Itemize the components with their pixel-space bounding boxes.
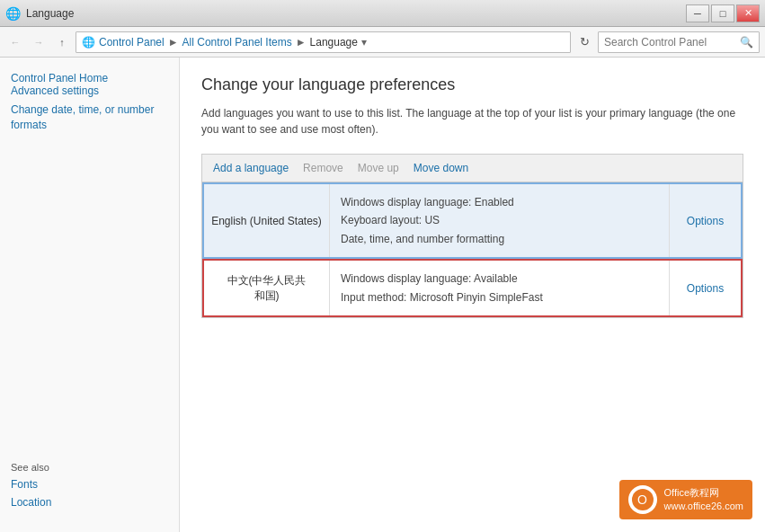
sidebar-home-link[interactable]: Control Panel Home bbox=[11, 72, 108, 84]
sidebar-fonts-link[interactable]: Fonts bbox=[11, 478, 168, 491]
sidebar-location-link[interactable]: Location bbox=[11, 496, 168, 509]
sidebar-link-advanced[interactable]: Advanced settings bbox=[11, 84, 168, 97]
language-list: English (United States) Windows display … bbox=[201, 182, 743, 318]
language-item-english[interactable]: English (United States) Windows display … bbox=[202, 182, 743, 259]
breadcrumb-item-3: Language bbox=[310, 36, 358, 49]
lang-info-line-1: Windows display language: Enabled bbox=[341, 193, 658, 211]
move-up-button[interactable]: Move up bbox=[354, 160, 403, 176]
watermark-icon: O bbox=[628, 485, 657, 514]
sidebar-link-datetime[interactable]: Change date, time, or number formats bbox=[11, 102, 168, 133]
language-name-english: English (United States) bbox=[204, 184, 330, 257]
titlebar-left: 🌐 Language bbox=[5, 6, 74, 21]
options-link-chinese[interactable]: Options bbox=[687, 282, 724, 295]
sidebar: Control Panel Home Advanced settings Cha… bbox=[0, 58, 180, 532]
watermark: O Office教程网 www.office26.com bbox=[619, 480, 752, 519]
app-icon: 🌐 bbox=[5, 6, 21, 21]
watermark-text: Office教程网 www.office26.com bbox=[664, 486, 743, 514]
language-options-english: Options bbox=[669, 184, 741, 257]
main-layout: Control Panel Home Advanced settings Cha… bbox=[0, 58, 765, 532]
minimize-button[interactable]: ─ bbox=[686, 4, 709, 22]
language-info-english: Windows display language: Enabled Keyboa… bbox=[330, 184, 669, 257]
search-icon: 🔍 bbox=[740, 36, 753, 49]
addressbar: ← → ↑ 🌐 Control Panel ► All Control Pane… bbox=[0, 27, 765, 58]
titlebar: 🌐 Language ─ □ ✕ bbox=[0, 0, 765, 27]
language-options-chinese: Options bbox=[669, 261, 741, 315]
language-item-chinese[interactable]: 中文(中华人民共和国) Windows display language: Av… bbox=[202, 259, 743, 317]
lang-info-line-2: Keyboard layout: US bbox=[341, 211, 658, 229]
up-button[interactable]: ↑ bbox=[52, 32, 72, 52]
search-input[interactable] bbox=[604, 36, 740, 49]
breadcrumb[interactable]: 🌐 Control Panel ► All Control Panel Item… bbox=[76, 31, 571, 53]
sidebar-see-also: See also Fonts Location bbox=[11, 462, 168, 514]
add-language-button[interactable]: Add a language bbox=[209, 160, 292, 176]
language-info-chinese: Windows display language: Available Inpu… bbox=[330, 261, 669, 315]
page-description: Add languages you want to use to this li… bbox=[201, 105, 743, 137]
lang-info-chinese-line-2: Input method: Microsoft Pinyin SimpleFas… bbox=[341, 288, 658, 306]
titlebar-controls: ─ □ ✕ bbox=[686, 4, 760, 22]
content-area: Change your language preferences Add lan… bbox=[180, 58, 765, 532]
move-down-button[interactable]: Move down bbox=[410, 160, 472, 176]
lang-info-chinese-line-1: Windows display language: Available bbox=[341, 270, 658, 288]
window-title: Language bbox=[26, 7, 74, 20]
lang-name-chinese-text: 中文(中华人民共和国) bbox=[227, 273, 307, 304]
breadcrumb-sep-1: ► bbox=[168, 36, 179, 49]
search-box: 🔍 bbox=[598, 31, 760, 53]
breadcrumb-item-2[interactable]: All Control Panel Items bbox=[182, 36, 292, 49]
breadcrumb-item-1[interactable]: Control Panel bbox=[99, 36, 165, 49]
refresh-button[interactable]: ↻ bbox=[574, 32, 594, 52]
close-button[interactable]: ✕ bbox=[736, 4, 760, 22]
breadcrumb-sep-2: ► bbox=[296, 36, 307, 49]
page-title: Change your language preferences bbox=[201, 75, 743, 94]
watermark-site: Office教程网 bbox=[664, 486, 743, 500]
back-button[interactable]: ← bbox=[5, 32, 25, 52]
language-toolbar: Add a language Remove Move up Move down bbox=[201, 154, 743, 182]
forward-button[interactable]: → bbox=[29, 32, 49, 52]
see-also-title: See also bbox=[11, 462, 168, 473]
lang-info-line-3: Date, time, and number formatting bbox=[341, 230, 658, 248]
breadcrumb-dropdown-icon[interactable]: ▾ bbox=[361, 36, 367, 49]
watermark-url: www.office26.com bbox=[664, 500, 743, 513]
language-name-chinese: 中文(中华人民共和国) bbox=[204, 261, 330, 315]
remove-button[interactable]: Remove bbox=[299, 160, 347, 176]
breadcrumb-icon: 🌐 bbox=[82, 36, 95, 49]
options-link-english[interactable]: Options bbox=[687, 215, 724, 227]
maximize-button[interactable]: □ bbox=[711, 4, 734, 22]
watermark-icon-inner: O bbox=[632, 489, 654, 510]
